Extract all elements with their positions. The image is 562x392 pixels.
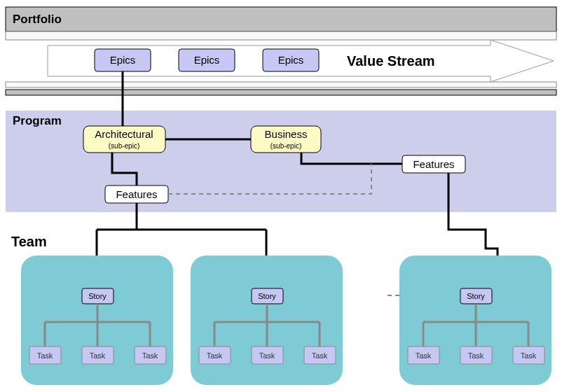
program-title: Program (13, 114, 62, 127)
epic-label-1: Epics (110, 54, 136, 66)
portfolio-band-thin-top (6, 31, 556, 40)
task-label-1-3: Task (142, 351, 158, 360)
features-left-label: Features (116, 188, 157, 200)
task-label-2-2: Task (259, 351, 275, 360)
architectural-label: Architectural (95, 128, 153, 140)
task-label-1-2: Task (90, 351, 106, 360)
story-label-2: Story (258, 292, 276, 300)
story-label-1: Story (88, 292, 107, 300)
safe-diagram: Portfolio Epics Epics Epics Value Stream… (0, 0, 562, 392)
features-right-label: Features (413, 158, 454, 170)
epic-label-2: Epics (194, 54, 220, 66)
task-label-3-2: Task (468, 351, 484, 360)
business-label: Business (265, 128, 308, 140)
portfolio-title: Portfolio (13, 13, 62, 26)
epic-label-3: Epics (278, 54, 304, 66)
portfolio-band-thin-mid (6, 82, 556, 88)
portfolio-band-thin-bot (6, 90, 556, 95)
portfolio-header-band (6, 7, 556, 31)
task-label-3-3: Task (521, 351, 537, 360)
task-label-1-1: Task (37, 351, 53, 360)
team-title: Team (11, 234, 47, 249)
value-stream-label: Value Stream (347, 53, 435, 69)
task-label-3-1: Task (416, 351, 432, 360)
architectural-sub: (sub-epic) (109, 142, 139, 150)
business-sub: (sub-epic) (270, 142, 301, 150)
task-label-2-1: Task (207, 351, 223, 360)
story-label-3: Story (467, 292, 485, 300)
task-label-2-3: Task (312, 351, 328, 360)
